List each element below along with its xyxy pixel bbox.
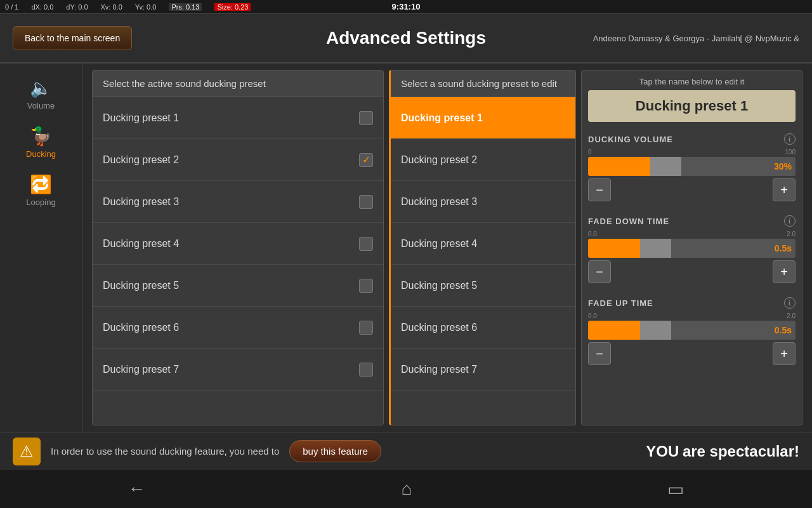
left-panel: Select the active sound ducking preset D… xyxy=(92,70,384,425)
fade-down-slider[interactable]: 0.5s xyxy=(588,239,796,258)
status-xv: Xv: 0.0 xyxy=(101,3,122,11)
sidebar: 🔈 Volume 🦆 Ducking 🔁 Looping xyxy=(0,64,82,432)
left-preset-label-5: Ducking preset 5 xyxy=(103,280,359,291)
sidebar-label-looping: Looping xyxy=(26,197,55,207)
left-preset-row-4[interactable]: Ducking preset 4 xyxy=(93,223,383,265)
main-layout: 🔈 Volume 🦆 Ducking 🔁 Looping Select the … xyxy=(0,64,812,432)
left-preset-row-6[interactable]: Ducking preset 6 xyxy=(93,307,383,349)
left-preset-checkbox-4[interactable] xyxy=(359,237,373,251)
ducking-volume-info-icon[interactable]: i xyxy=(784,133,796,145)
status-dy: dY: 0.0 xyxy=(66,3,88,11)
fade-down-info-icon[interactable]: i xyxy=(784,215,796,227)
back-button[interactable]: Back to the main screen xyxy=(13,26,132,50)
status-time: 9:31:10 xyxy=(392,2,421,11)
middle-preset-label-4: Ducking preset 4 xyxy=(401,238,477,250)
preset-name-display[interactable]: Ducking preset 1 xyxy=(588,90,796,122)
middle-preset-label-6: Ducking preset 6 xyxy=(401,322,477,333)
middle-preset-list: Ducking preset 1Ducking preset 2Ducking … xyxy=(391,97,575,391)
left-panel-header: Select the active sound ducking preset xyxy=(93,70,383,97)
right-panel: Tap the name below to edit it Ducking pr… xyxy=(581,70,802,425)
middle-preset-row-1[interactable]: Ducking preset 1 xyxy=(391,97,575,139)
nav-home-button[interactable]: ⌂ xyxy=(383,474,431,504)
middle-preset-label-1: Ducking preset 1 xyxy=(401,112,483,124)
middle-preset-label-5: Ducking preset 5 xyxy=(401,280,477,291)
page-title: Advanced Settings xyxy=(326,28,486,48)
left-preset-row-5[interactable]: Ducking preset 5 xyxy=(93,265,383,307)
sidebar-item-ducking[interactable]: 🦆 Ducking xyxy=(0,118,82,166)
status-bar: 0 / 1 dX: 0.0 dY: 0.0 Xv: 0.0 9:31:10 Yv… xyxy=(0,0,812,14)
left-preset-label-6: Ducking preset 6 xyxy=(103,322,359,333)
fade-up-buttons: − + xyxy=(588,342,796,365)
nav-recent-button[interactable]: ▭ xyxy=(648,474,703,505)
you-text: YOU xyxy=(646,443,679,460)
left-preset-checkbox-3[interactable] xyxy=(359,195,373,209)
left-preset-label-7: Ducking preset 7 xyxy=(103,364,359,375)
middle-preset-row-4[interactable]: Ducking preset 4 xyxy=(391,223,575,265)
status-prs: Prs: 0.13 xyxy=(169,3,202,11)
left-preset-label-3: Ducking preset 3 xyxy=(103,196,359,208)
spectacular-suffix: are spectacular! xyxy=(683,443,799,460)
fade-up-section: FADE UP TIME i 0.0 2.0 0.5s − + xyxy=(588,293,796,369)
fade-up-plus-button[interactable]: + xyxy=(773,342,796,365)
volume-icon: 🔈 xyxy=(30,77,52,98)
right-panel-header: Tap the name below to edit it xyxy=(588,77,796,86)
fade-down-minus-button[interactable]: − xyxy=(588,260,611,283)
ducking-volume-section: DUCKING VOLUME i 0 100 30% − + xyxy=(588,130,796,205)
sidebar-label-volume: Volume xyxy=(27,101,55,110)
fade-down-plus-button[interactable]: + xyxy=(773,260,796,283)
ducking-volume-gray xyxy=(650,157,681,176)
fade-down-fill xyxy=(588,239,640,258)
middle-preset-row-7[interactable]: Ducking preset 7 xyxy=(391,349,575,391)
buy-button[interactable]: buy this feature xyxy=(289,440,381,462)
sidebar-item-looping[interactable]: 🔁 Looping xyxy=(0,166,82,215)
left-preset-checkbox-5[interactable] xyxy=(359,279,373,293)
fade-up-minus-button[interactable]: − xyxy=(588,342,611,365)
fade-up-slider[interactable]: 0.5s xyxy=(588,321,796,340)
nav-back-button[interactable]: ← xyxy=(109,474,165,504)
left-preset-checkbox-2[interactable]: ✓ xyxy=(359,153,373,167)
left-preset-checkbox-1[interactable] xyxy=(359,111,373,125)
ducking-volume-value: 30% xyxy=(774,161,792,171)
status-dx: dX: 0.0 xyxy=(31,3,53,11)
fade-up-fill xyxy=(588,321,640,340)
fade-up-value: 0.5s xyxy=(775,325,792,335)
fade-down-gray xyxy=(640,239,671,258)
sidebar-label-ducking: Ducking xyxy=(26,149,56,159)
left-preset-row-3[interactable]: Ducking preset 3 xyxy=(93,181,383,223)
middle-preset-row-6[interactable]: Ducking preset 6 xyxy=(391,307,575,349)
status-position: 0 / 1 xyxy=(5,3,18,11)
status-yv: Yv: 0.0 xyxy=(135,3,157,11)
ducking-volume-buttons: − + xyxy=(588,178,796,201)
left-preset-row-2[interactable]: Ducking preset 2 ✓ xyxy=(93,139,383,181)
left-preset-checkbox-7[interactable] xyxy=(359,363,373,377)
left-preset-list: Ducking preset 1 Ducking preset 2 ✓ Duck… xyxy=(93,97,383,391)
middle-panel-header: Select a sound ducking preset to edit xyxy=(391,70,575,97)
middle-preset-label-3: Ducking preset 3 xyxy=(401,196,477,208)
warning-icon: ⚠ xyxy=(13,438,41,465)
left-preset-checkbox-6[interactable] xyxy=(359,321,373,335)
ducking-volume-slider[interactable]: 30% xyxy=(588,157,796,176)
sidebar-item-volume[interactable]: 🔈 Volume xyxy=(0,70,82,118)
nav-bar: ← ⌂ ▭ xyxy=(0,470,812,508)
ducking-volume-plus-button[interactable]: + xyxy=(773,178,796,201)
notification-text: In order to use the sound ducking featur… xyxy=(51,446,279,457)
header: Back to the main screen Advanced Setting… xyxy=(0,14,812,64)
fade-up-info-icon[interactable]: i xyxy=(784,297,796,309)
middle-preset-label-2: Ducking preset 2 xyxy=(401,154,477,166)
spectacular-text: YOU are spectacular! xyxy=(646,443,799,460)
fade-down-range: 0.0 2.0 xyxy=(588,231,796,237)
fade-up-label: FADE UP TIME i xyxy=(588,297,796,309)
left-preset-row-1[interactable]: Ducking preset 1 xyxy=(93,97,383,139)
middle-preset-row-5[interactable]: Ducking preset 5 xyxy=(391,265,575,307)
ducking-volume-range: 0 100 xyxy=(588,149,796,156)
left-preset-row-7[interactable]: Ducking preset 7 xyxy=(93,349,383,391)
fade-down-value: 0.5s xyxy=(775,243,792,253)
fade-down-section: FADE DOWN TIME i 0.0 2.0 0.5s − + xyxy=(588,211,796,287)
middle-preset-label-7: Ducking preset 7 xyxy=(401,364,477,375)
ducking-volume-minus-button[interactable]: − xyxy=(588,178,611,201)
left-preset-label-2: Ducking preset 2 xyxy=(103,154,359,166)
fade-up-gray xyxy=(640,321,671,340)
middle-preset-row-3[interactable]: Ducking preset 3 xyxy=(391,181,575,223)
middle-preset-row-2[interactable]: Ducking preset 2 xyxy=(391,139,575,181)
left-preset-label-1: Ducking preset 1 xyxy=(103,112,359,124)
